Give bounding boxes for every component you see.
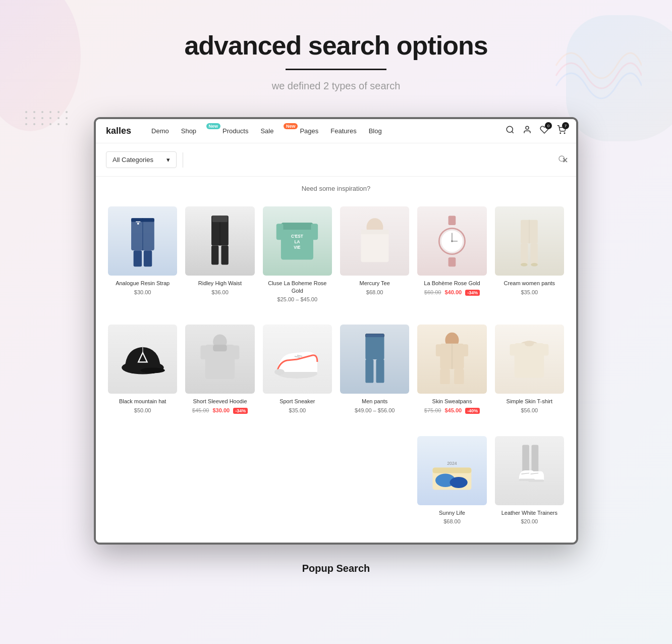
category-label: All Categories	[113, 156, 153, 164]
product-card-8[interactable]: Short Sleeved Hoodie $45.00 $30.00 -34%	[181, 318, 258, 420]
product-price-5: $60.00 $40.00 -34%	[417, 289, 486, 296]
product-price-3: $25.00 – $45.00	[263, 296, 332, 302]
svg-rect-63	[436, 344, 441, 356]
browser-window: kalles Demo Shop New Products Sale New P…	[94, 117, 578, 545]
product-card-12[interactable]: Simple Skin T-shirt $56.00	[491, 318, 568, 420]
product-price-2: $36.00	[185, 289, 254, 295]
navbar-icons: 0 7	[506, 125, 566, 137]
svg-rect-66	[454, 369, 464, 384]
nav-item-sale[interactable]: Sale New	[260, 127, 288, 135]
svg-text:2024: 2024	[447, 461, 457, 466]
search-bar: All Categories ▾ ×	[96, 143, 576, 177]
product-name-12: Simple Skin T-shirt	[495, 398, 564, 405]
user-icon[interactable]	[523, 125, 532, 137]
svg-rect-29	[449, 216, 456, 225]
search-icon[interactable]	[506, 125, 515, 137]
svg-rect-30	[449, 257, 456, 266]
product-card-7[interactable]: Black mountain hat $50.00	[104, 318, 181, 420]
svg-point-40	[521, 263, 528, 266]
original-price-5: $60.00	[424, 289, 441, 295]
product-name-7: Black mountain hat	[108, 398, 177, 405]
product-image-3: C'EST LA VIE	[263, 206, 332, 276]
empty-cell-2	[181, 430, 258, 531]
svg-rect-64	[463, 344, 468, 356]
product-card-5[interactable]: La Bohème Rose Gold $60.00 $40.00 -34%	[413, 200, 490, 308]
product-price-6: $35.00	[495, 289, 564, 295]
product-card-1[interactable]: Analogue Resin Strap $30.00	[104, 200, 181, 308]
empty-cell-4	[336, 430, 413, 531]
wishlist-icon[interactable]: 0	[540, 125, 549, 137]
product-image-10	[340, 325, 409, 394]
svg-rect-70	[542, 344, 549, 355]
svg-rect-21	[276, 224, 284, 240]
product-image-6	[495, 206, 564, 276]
svg-rect-55	[365, 334, 384, 359]
nav-item-pages[interactable]: Pages	[300, 127, 318, 135]
product-name-9: Sport Sneaker	[263, 398, 332, 405]
svg-point-71	[525, 341, 534, 346]
search-input-wrapper	[189, 156, 558, 164]
svg-rect-20	[281, 223, 313, 230]
svg-rect-22	[311, 224, 318, 240]
sale-price-5: $40.00	[444, 289, 462, 295]
product-name-11: Skin Sweatpans	[417, 398, 486, 405]
product-image-7	[108, 325, 177, 394]
product-price-9: $35.00	[263, 407, 332, 413]
cart-badge: 7	[562, 122, 569, 129]
products-grid-row1: Analogue Resin Strap $30.00	[96, 200, 576, 318]
modal-close-button[interactable]: ×	[562, 155, 568, 165]
sale-badge-5: -34%	[465, 290, 480, 296]
wishlist-badge: 0	[545, 122, 552, 129]
nav-item-shop[interactable]: Shop New	[181, 127, 210, 135]
svg-text:LA: LA	[295, 239, 300, 244]
svg-rect-10	[133, 250, 141, 266]
sale-badge: New	[284, 123, 298, 129]
product-card-14[interactable]: Leather White Trainers $20.00	[491, 430, 568, 531]
product-image-11	[417, 325, 486, 394]
svg-rect-39	[531, 243, 538, 264]
svg-rect-58	[376, 359, 384, 383]
svg-rect-48	[201, 345, 207, 359]
product-card-6[interactable]: Cream women pants $35.00	[491, 200, 568, 308]
bg-wave	[551, 30, 642, 121]
search-input[interactable]	[189, 156, 558, 164]
svg-rect-50	[213, 344, 227, 351]
nav-item-features[interactable]: Features	[330, 127, 356, 135]
product-card-3[interactable]: C'EST LA VIE Cluse La Boheme Rose Gold $…	[259, 200, 336, 308]
product-price-12: $56.00	[495, 407, 564, 413]
page-subtitle: we defined 2 types of search	[184, 80, 487, 92]
svg-rect-73	[433, 468, 472, 473]
svg-rect-18	[212, 216, 228, 222]
nav-item-products[interactable]: Products	[222, 127, 248, 135]
nav-item-blog[interactable]: Blog	[369, 127, 382, 135]
product-price-13: $68.00	[417, 518, 486, 524]
product-name-8: Short Sleeved Hoodie	[185, 398, 254, 405]
svg-text:VIE: VIE	[294, 245, 301, 249]
product-card-4[interactable]: Mercury Tee $68.00	[336, 200, 413, 308]
cart-icon[interactable]: 7	[557, 125, 566, 137]
category-dropdown[interactable]: All Categories ▾	[106, 151, 177, 168]
product-card-13[interactable]: 2024 Sunny Life $68.00	[413, 430, 490, 531]
sale-price-8: $30.00	[212, 407, 230, 413]
empty-cell-3	[259, 430, 336, 531]
product-card-2[interactable]: Ridley High Waist $36.00	[181, 200, 258, 308]
product-name-3: Cluse La Boheme Rose Gold	[263, 280, 332, 294]
popup-search-label: Popup Search	[302, 563, 370, 595]
svg-rect-11	[143, 250, 151, 266]
svg-rect-60	[365, 334, 384, 337]
svg-rect-69	[510, 344, 517, 355]
svg-text:C'EST: C'EST	[291, 234, 303, 238]
sale-badge-11: -40%	[465, 408, 480, 414]
product-card-9[interactable]: Sport Sneaker $35.00	[259, 318, 336, 420]
product-price-8: $45.00 $30.00 -34%	[185, 407, 254, 414]
svg-line-1	[512, 131, 513, 133]
svg-rect-81	[528, 480, 544, 482]
nav-item-demo[interactable]: Demo	[151, 127, 169, 135]
sale-badge-8: -34%	[233, 408, 248, 414]
product-price-14: $20.00	[495, 518, 564, 524]
product-name-6: Cream women pants	[495, 280, 564, 287]
product-card-11[interactable]: Skin Sweatpans $75.00 $45.00 -40%	[413, 318, 490, 420]
product-card-10[interactable]: Men pants $49.00 – $56.00	[336, 318, 413, 420]
search-divider	[183, 152, 183, 168]
products-grid-row3: 2024 Sunny Life $68.00	[96, 430, 576, 543]
